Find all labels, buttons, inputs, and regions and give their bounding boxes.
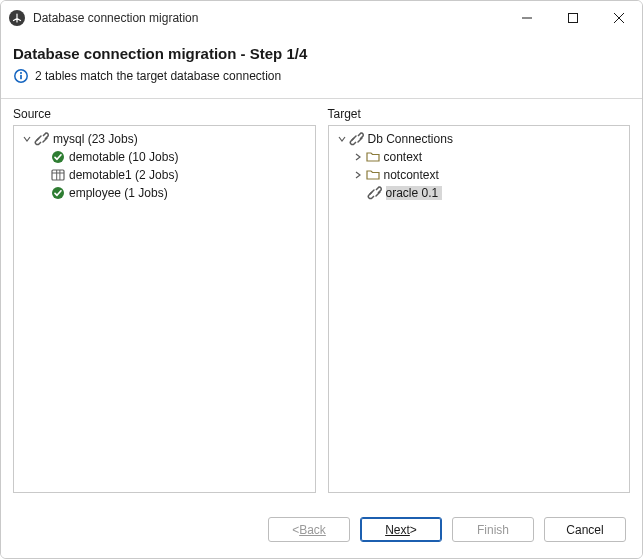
target-folder-label: notcontext <box>384 168 443 182</box>
target-root[interactable]: Db Connections <box>329 130 630 148</box>
window-title: Database connection migration <box>33 11 504 25</box>
target-folder[interactable]: notcontext <box>329 166 630 184</box>
check-icon <box>50 185 66 201</box>
source-header: Source <box>13 107 316 125</box>
next-button-label: Next <box>385 523 410 537</box>
target-connection-label: oracle 0.1 <box>386 186 443 200</box>
source-item-label: demotable (10 Jobs) <box>69 150 182 164</box>
source-item-label: employee (1 Jobs) <box>69 186 172 200</box>
source-root[interactable]: mysql (23 Jobs) <box>14 130 315 148</box>
chevron-down-icon[interactable] <box>335 135 349 143</box>
target-column: Target Db Connections context <box>328 107 631 493</box>
svg-rect-5 <box>52 170 64 180</box>
target-root-label: Db Connections <box>368 132 457 146</box>
connection-icon <box>367 185 383 201</box>
minimize-button[interactable] <box>504 1 550 35</box>
svg-rect-3 <box>20 75 22 79</box>
finish-button-label: Finish <box>477 523 509 537</box>
chevron-right-icon[interactable] <box>351 153 365 161</box>
check-icon <box>50 149 66 165</box>
back-button-label: Back <box>299 523 326 537</box>
chevron-right-icon[interactable] <box>351 171 365 179</box>
folder-icon <box>365 167 381 183</box>
table-icon <box>50 167 66 183</box>
button-bar: < Back Next > Finish Cancel <box>1 497 642 558</box>
target-connection-selected[interactable]: oracle 0.1 <box>329 184 630 202</box>
source-tree[interactable]: mysql (23 Jobs) demotable (10 Jobs) demo… <box>13 125 316 493</box>
finish-button: Finish <box>452 517 534 542</box>
page-title: Database connection migration - Step 1/4 <box>13 45 630 62</box>
info-icon <box>13 68 29 84</box>
info-row: 2 tables match the target database conne… <box>13 68 630 84</box>
connection-icon <box>34 131 50 147</box>
svg-rect-0 <box>569 14 578 23</box>
back-button: < Back <box>268 517 350 542</box>
main-split: Source mysql (23 Jobs) demotable (10 Job… <box>1 99 642 497</box>
source-root-label: mysql (23 Jobs) <box>53 132 142 146</box>
wizard-banner: Database connection migration - Step 1/4… <box>1 35 642 99</box>
source-column: Source mysql (23 Jobs) demotable (10 Job… <box>13 107 316 493</box>
next-button[interactable]: Next > <box>360 517 442 542</box>
close-button[interactable] <box>596 1 642 35</box>
cancel-button-label: Cancel <box>566 523 603 537</box>
target-folder-label: context <box>384 150 427 164</box>
source-item-label: demotable1 (2 Jobs) <box>69 168 182 182</box>
connection-icon <box>349 131 365 147</box>
chevron-down-icon[interactable] <box>20 135 34 143</box>
target-folder[interactable]: context <box>329 148 630 166</box>
source-item[interactable]: employee (1 Jobs) <box>14 184 315 202</box>
maximize-button[interactable] <box>550 1 596 35</box>
app-icon <box>9 10 25 26</box>
cancel-button[interactable]: Cancel <box>544 517 626 542</box>
source-item[interactable]: demotable1 (2 Jobs) <box>14 166 315 184</box>
info-text: 2 tables match the target database conne… <box>35 69 281 83</box>
window-controls <box>504 1 642 35</box>
source-item[interactable]: demotable (10 Jobs) <box>14 148 315 166</box>
target-tree[interactable]: Db Connections context notcontext <box>328 125 631 493</box>
svg-point-2 <box>20 72 22 74</box>
target-header: Target <box>328 107 631 125</box>
folder-icon <box>365 149 381 165</box>
titlebar: Database connection migration <box>1 1 642 35</box>
